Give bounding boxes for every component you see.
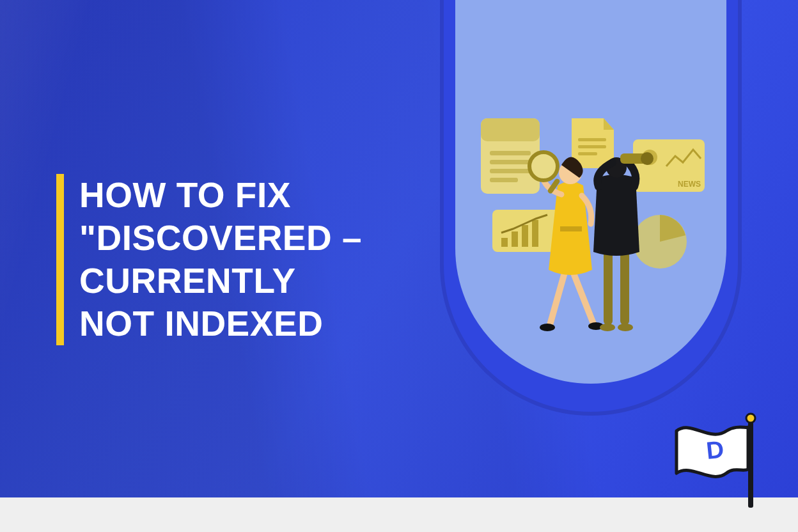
accent-bar xyxy=(56,174,64,345)
illustration-group: NEWS xyxy=(455,0,726,384)
binoculars-icon xyxy=(620,152,653,165)
svg-rect-15 xyxy=(532,220,538,247)
svg-rect-2 xyxy=(490,151,531,155)
capsule-inner-panel: NEWS xyxy=(455,0,726,384)
svg-rect-13 xyxy=(512,231,518,247)
svg-rect-12 xyxy=(501,238,508,247)
svg-rect-14 xyxy=(522,225,528,247)
flag-letter: D xyxy=(705,435,725,464)
svg-rect-5 xyxy=(490,178,518,182)
document-sheet-icon xyxy=(481,118,540,194)
svg-point-17 xyxy=(540,324,555,331)
svg-rect-8 xyxy=(578,152,597,155)
pie-chart-icon xyxy=(633,215,687,269)
news-panel-icon: NEWS xyxy=(633,139,705,192)
news-label-text: NEWS xyxy=(678,180,701,189)
svg-rect-19 xyxy=(560,226,582,231)
svg-point-29 xyxy=(641,152,653,165)
svg-point-25 xyxy=(600,324,615,331)
svg-rect-4 xyxy=(490,169,531,173)
svg-rect-6 xyxy=(578,138,606,141)
svg-rect-7 xyxy=(578,145,606,148)
page-title: HOW TO FIX "DISCOVERED – CURRENTLY NOT I… xyxy=(79,174,362,345)
banner-root: NEWS xyxy=(0,0,798,532)
brand-flag-logo: D xyxy=(665,412,767,514)
svg-rect-1 xyxy=(481,118,540,141)
svg-point-31 xyxy=(746,414,755,423)
svg-point-21 xyxy=(529,152,558,180)
bar-chart-panel-icon xyxy=(492,210,561,252)
title-block: HOW TO FIX "DISCOVERED – CURRENTLY NOT I… xyxy=(56,174,362,345)
svg-rect-3 xyxy=(490,160,531,164)
svg-point-26 xyxy=(618,324,633,331)
svg-rect-23 xyxy=(604,249,613,325)
svg-rect-24 xyxy=(620,249,629,325)
